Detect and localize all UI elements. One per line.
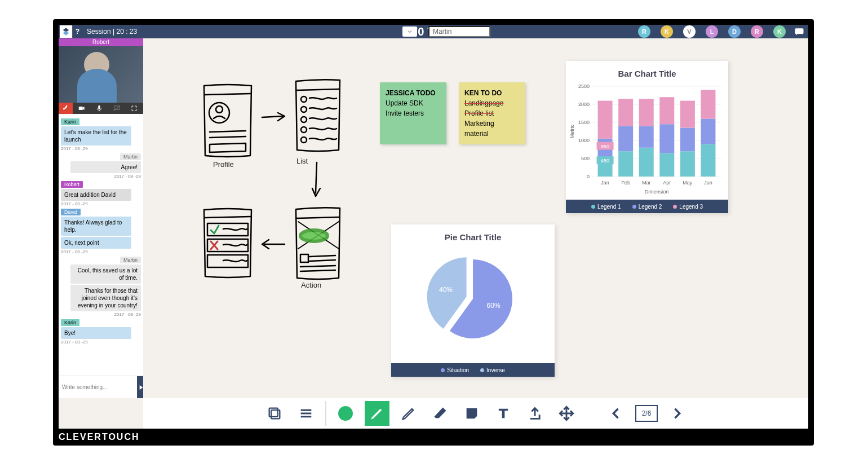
help-button[interactable]: ? — [72, 25, 82, 38]
svg-point-9 — [301, 127, 307, 133]
top-bar: ? Session | 20 : 23 70 76 55 RKVLDRK — [59, 25, 808, 38]
svg-point-5 — [216, 106, 223, 113]
svg-text:Metric: Metric — [569, 124, 575, 138]
duplicate-button[interactable] — [262, 401, 287, 426]
sketch-profile[interactable] — [200, 82, 256, 161]
menu-button[interactable] — [294, 401, 318, 426]
chat-bubble: Cool, this saved us a lot of time. — [70, 265, 141, 284]
chat-bubble: Thanks for those that joined even though… — [70, 285, 141, 311]
svg-text:850: 850 — [601, 144, 609, 149]
svg-text:Feb: Feb — [621, 180, 630, 186]
chat-sender: Martin — [120, 257, 141, 263]
participant-avatar[interactable]: V — [683, 25, 696, 38]
sticky-note-jessica[interactable]: JESSICA TODO Update SDK Invite testers — [380, 82, 446, 144]
svg-text:500: 500 — [581, 156, 590, 161]
chat-bubble: Agree! — [70, 161, 141, 173]
move-tool[interactable] — [554, 401, 579, 426]
sidebar: Robert KarinLet's make the list for the … — [59, 38, 143, 398]
dropdown-toggle[interactable] — [402, 27, 417, 37]
svg-rect-45 — [680, 128, 695, 152]
participant-avatar[interactable]: D — [728, 25, 741, 38]
screen-button[interactable] — [108, 103, 126, 114]
sketch-list[interactable] — [293, 77, 343, 156]
camera-button[interactable] — [73, 103, 90, 114]
app-logo-icon[interactable] — [60, 25, 72, 38]
participant-avatar[interactable]: K — [773, 25, 786, 38]
participant-avatar[interactable]: L — [706, 25, 718, 38]
svg-rect-37 — [639, 126, 654, 147]
chat-timestamp: 2017 - 08 -29 — [61, 312, 141, 317]
svg-rect-33 — [618, 126, 633, 151]
svg-rect-30 — [598, 101, 613, 139]
chat-sender: Martin — [120, 153, 141, 160]
color-picker[interactable] — [333, 401, 358, 426]
pie-chart: 60%40% — [391, 245, 555, 358]
chart-title: Pie Chart Title — [391, 224, 555, 245]
brand-label: CLEVERTOUCH — [59, 432, 140, 442]
sticky-line: Update SDK — [386, 98, 441, 108]
svg-rect-12 — [300, 254, 308, 262]
svg-rect-42 — [659, 97, 674, 124]
page-indicator[interactable]: 2/6 — [635, 405, 658, 422]
chat-input-row — [59, 376, 143, 398]
pen-tool[interactable] — [365, 401, 389, 426]
participant-avatar[interactable]: K — [661, 25, 673, 38]
session-label: Session | 20 : 23 — [87, 28, 137, 36]
svg-rect-44 — [680, 151, 695, 177]
eraser-tool[interactable] — [428, 401, 453, 426]
svg-rect-41 — [659, 124, 674, 153]
participant-avatar[interactable]: R — [751, 25, 763, 38]
bottom-toolbar: 2/6 — [143, 398, 808, 429]
arrow-down-icon — [311, 160, 322, 200]
bar-chart-card[interactable]: Bar Chart Title 05001000150020002500JanF… — [566, 61, 728, 213]
next-page-button[interactable] — [665, 401, 689, 426]
sketch-list-label: List — [296, 157, 308, 165]
share-button[interactable] — [522, 401, 547, 426]
mic-button[interactable] — [90, 103, 108, 114]
video-feed[interactable] — [59, 46, 143, 103]
hangup-button[interactable] — [59, 103, 73, 114]
chat-bubble: Great addition David — [61, 189, 131, 201]
chat-icon[interactable] — [794, 26, 805, 37]
chart-legend: SituationInverse — [391, 363, 555, 377]
svg-rect-36 — [639, 148, 654, 177]
sticky-line: Profile list — [464, 108, 520, 118]
sticky-title: JESSICA TODO — [386, 88, 441, 98]
highlighter-tool[interactable] — [396, 401, 421, 426]
svg-rect-60 — [271, 410, 280, 418]
chat-sender: David — [61, 209, 81, 215]
sticky-line: Invite testers — [386, 108, 441, 118]
name-input[interactable] — [428, 26, 490, 37]
svg-rect-48 — [701, 144, 715, 177]
sticky-note-ken[interactable]: KEN TO DO Landingpage Profile list Marke… — [459, 82, 525, 144]
svg-point-6 — [301, 96, 307, 102]
sticky-title: KEN TO DO — [464, 88, 520, 98]
svg-text:Jan: Jan — [601, 180, 609, 186]
sketch-action[interactable] — [293, 205, 343, 284]
svg-text:2000: 2000 — [578, 102, 590, 107]
chat-timestamp: 2017 - 08 -29 — [61, 174, 141, 179]
chat-bubble: Let's make the list for the launch — [61, 126, 131, 146]
svg-text:May: May — [683, 180, 693, 186]
fullscreen-button[interactable] — [126, 103, 143, 114]
svg-text:Mar: Mar — [642, 180, 651, 186]
chat-bubble: Bye! — [61, 327, 131, 339]
whiteboard-canvas[interactable]: Profile List Action — [143, 38, 808, 398]
svg-rect-46 — [680, 101, 695, 128]
chat-input[interactable] — [59, 376, 137, 398]
chat-log[interactable]: KarinLet's make the list for the launch2… — [59, 114, 143, 376]
sketch-checklist[interactable] — [200, 206, 256, 280]
app-window: ? Session | 20 : 23 70 76 55 RKVLDRK Rob… — [59, 25, 808, 429]
pie-chart-card[interactable]: Pie Chart Title 60%40% SituationInverse — [391, 224, 555, 377]
svg-point-8 — [301, 117, 307, 122]
text-tool[interactable] — [491, 401, 516, 426]
arrow-icon — [260, 112, 288, 123]
chat-sender: Karin — [61, 319, 79, 326]
chat-timestamp: 2017 - 08 -29 — [61, 146, 141, 151]
participant-avatar[interactable]: R — [638, 25, 650, 38]
svg-rect-15 — [207, 255, 248, 267]
chart-title: Bar Chart Title — [566, 61, 728, 82]
prev-page-button[interactable] — [604, 401, 628, 426]
note-tool[interactable] — [459, 401, 484, 426]
svg-text:0: 0 — [587, 174, 590, 179]
